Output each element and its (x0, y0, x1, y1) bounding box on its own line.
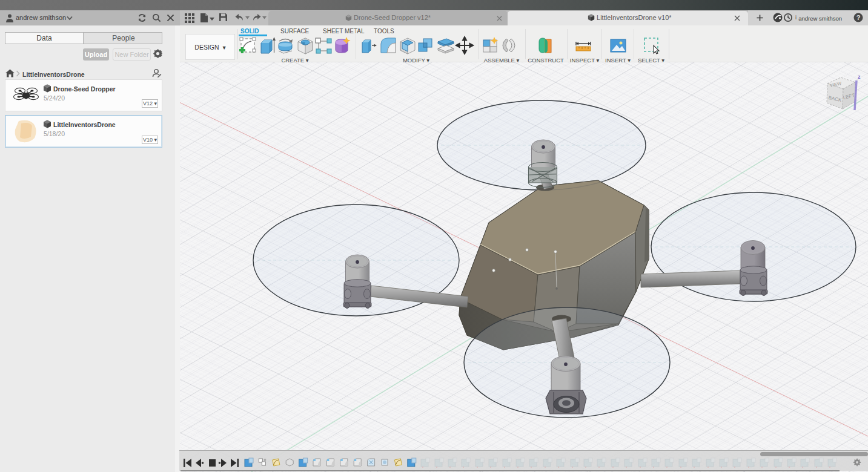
svg-text:z: z (858, 74, 861, 80)
svg-text:?: ? (856, 14, 861, 21)
